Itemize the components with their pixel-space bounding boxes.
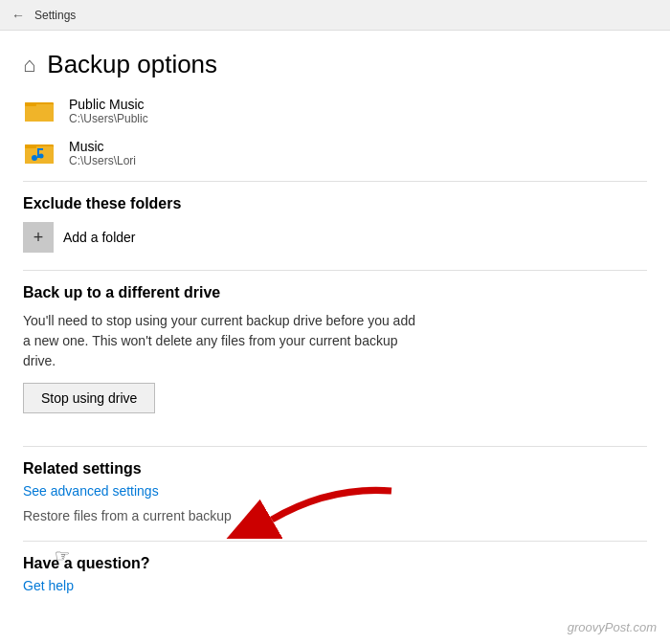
title-bar: ← Settings <box>0 0 670 31</box>
folder-item-music: Music C:\Users\Lori <box>23 139 647 167</box>
add-folder-icon[interactable]: + <box>23 222 54 253</box>
folder-info-music: Music C:\Users\Lori <box>69 139 136 167</box>
svg-rect-8 <box>37 148 43 150</box>
folder-path: C:\Users\Public <box>69 112 148 125</box>
folder-icon-music <box>25 139 59 167</box>
related-settings-title: Related settings <box>23 460 647 477</box>
folder-item-public-music: Public Music C:\Users\Public <box>23 97 647 125</box>
watermark: groovyPost.com <box>568 620 657 634</box>
svg-point-6 <box>32 155 37 161</box>
folder-info-public-music: Public Music C:\Users\Public <box>69 97 148 125</box>
svg-point-9 <box>39 154 44 159</box>
get-help-link[interactable]: Get help <box>23 578 647 593</box>
add-folder-row[interactable]: + Add a folder <box>23 222 647 253</box>
svg-rect-5 <box>25 144 36 148</box>
folder-name: Public Music <box>69 97 148 112</box>
restore-files-link[interactable]: Restore files from a current backup <box>23 508 232 523</box>
backup-drive-title: Back up to a different drive <box>23 284 647 301</box>
backup-drive-desc: You'll need to stop using your current b… <box>23 311 425 371</box>
divider-2 <box>23 270 647 271</box>
svg-rect-1 <box>25 104 54 122</box>
page-header: ⌂ Backup options <box>23 50 647 79</box>
have-question-title: Have a question? <box>23 555 647 572</box>
exclude-section-title: Exclude these folders <box>23 195 647 212</box>
svg-rect-2 <box>25 102 36 106</box>
folder-icon-public-music <box>25 97 59 125</box>
restore-row: Restore files from a current backup <box>23 508 647 523</box>
folder-name-music: Music <box>69 139 136 154</box>
page-title: Backup options <box>47 50 217 79</box>
divider-3 <box>23 446 647 447</box>
stop-using-drive-button[interactable]: Stop using drive <box>23 383 155 413</box>
red-arrow <box>214 481 396 542</box>
add-folder-label: Add a folder <box>63 230 136 245</box>
folder-path-music: C:\Users\Lori <box>69 154 136 167</box>
main-content: ⌂ Backup options Public Music C:\Users\P… <box>0 31 670 644</box>
divider-1 <box>23 181 647 182</box>
home-icon: ⌂ <box>23 53 35 78</box>
back-button[interactable]: ← <box>11 8 25 23</box>
title-bar-label: Settings <box>34 9 76 22</box>
